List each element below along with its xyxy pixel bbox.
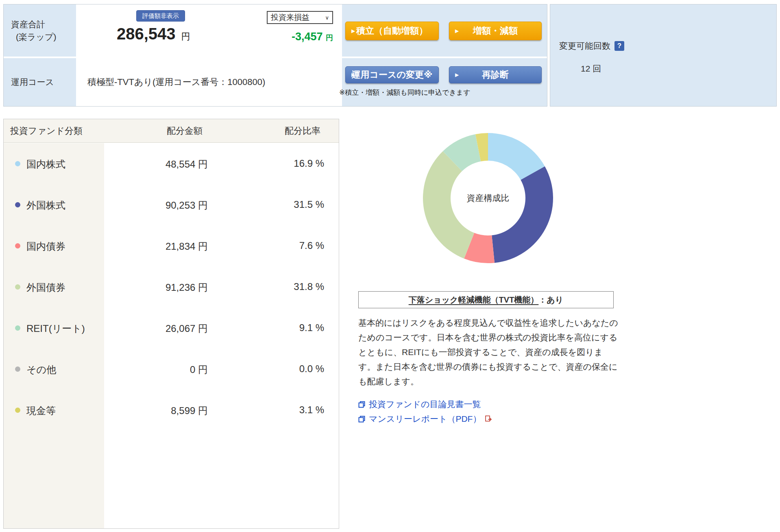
table-row: 国内債券 21,834 円 7.6 % <box>4 225 339 266</box>
accumulate-button-label: 積立（自動増額） <box>356 25 428 37</box>
prospectus-list-link-label: 投資ファンドの目論見書一覧 <box>369 399 481 410</box>
external-window-icon <box>358 416 365 423</box>
allocation-amount: 0 円 <box>118 363 208 376</box>
monthly-report-link-label: マンスリーレポート（PDF） <box>369 413 481 425</box>
rediagnose-button[interactable]: ▶ 再診断 <box>449 66 542 83</box>
allocation-amount: 26,067 円 <box>118 322 208 335</box>
tvt-feature-status: ：あり <box>538 294 563 305</box>
monthly-report-link[interactable]: マンスリーレポート（PDF） <box>358 413 492 425</box>
category-label: 外国債券 <box>26 281 65 294</box>
category-dot <box>15 366 20 372</box>
asset-total-value: 286,543円 <box>117 25 190 43</box>
allocation-ratio: 31.8 % <box>231 281 324 292</box>
increase-decrease-button-label: 増額・減額 <box>473 25 518 37</box>
table-header-row: 投資ファンド分類 配分金額 配分比率 <box>4 119 339 143</box>
increase-decrease-button[interactable]: ▶ 増額・減額 <box>449 22 542 40</box>
allocation-ratio: 31.5 % <box>231 199 324 210</box>
donut-chart-svg <box>418 128 558 268</box>
allocation-ratio: 16.9 % <box>231 158 324 169</box>
allocation-ratio: 0.0 % <box>231 363 324 375</box>
allocation-amount: 8,599 円 <box>118 404 208 417</box>
course-value: 積極型-TVTあり(運用コース番号：1000800) <box>76 76 265 88</box>
course-change-button-label: 運用コースの変更※ <box>352 69 433 81</box>
category-dot <box>15 243 20 249</box>
course-label: 運用コース <box>4 58 76 106</box>
table-row: 現金等 8,599 円 3.1 % <box>4 390 339 431</box>
help-icon[interactable]: ? <box>614 41 624 51</box>
buttons-note: ※積立・増額・減額も同時に申込できます <box>339 88 471 97</box>
allocation-amount: 90,253 円 <box>118 199 208 212</box>
course-value-cell: 積極型-TVTあり(運用コース番号：1000800) <box>76 58 342 106</box>
asset-total-amount: 286,543 <box>117 25 176 43</box>
category-dot <box>15 408 20 413</box>
triangle-icon: ▶ <box>351 28 355 34</box>
asset-total-unit: 円 <box>181 31 190 41</box>
column-header-amount: 配分金額 <box>144 119 225 143</box>
accumulate-button[interactable]: ▶ 積立（自動増額） <box>345 22 439 40</box>
change-count-label: 変更可能回数 <box>559 40 610 52</box>
allocation-ratio: 3.1 % <box>231 404 324 416</box>
table-row: 外国株式 90,253 円 31.5 % <box>4 184 339 225</box>
category-dot <box>15 202 20 207</box>
rediagnose-button-label: 再診断 <box>482 69 509 81</box>
pl-period-select[interactable]: 投資来損益 ∨ <box>267 11 333 24</box>
category-label: 国内債券 <box>26 240 65 253</box>
change-count-panel: 変更可能回数 ? 12 回 <box>550 4 777 107</box>
course-change-button[interactable]: ▶ 運用コースの変更※ <box>345 66 439 83</box>
tvt-feature-box: 下落ショック軽減機能（TVT機能）：あり <box>358 291 614 308</box>
rakuwrap-dashboard: 資産合計 (楽ラップ) 評価額非表示 286,543円 投資来損益 ∨ -3,4… <box>0 0 780 532</box>
pl-unit: 円 <box>326 34 333 42</box>
prospectus-list-link[interactable]: 投資ファンドの目論見書一覧 <box>358 399 481 410</box>
asset-total-label-main: 資産合計 <box>11 18 76 31</box>
table-row: その他 0 円 0.0 % <box>4 349 339 390</box>
change-count-value: 12 回 <box>581 63 601 74</box>
table-row: REIT(リート) 26,067 円 9.1 % <box>4 307 339 349</box>
triangle-icon: ▶ <box>455 72 459 78</box>
table-row: 国内株式 48,554 円 16.9 % <box>4 143 339 184</box>
asset-value-cell: 評価額非表示 286,543円 投資来損益 ∨ -3,457 円 <box>76 4 342 57</box>
hide-valuation-button[interactable]: 評価額非表示 <box>136 10 185 22</box>
category-label: その他 <box>26 363 56 376</box>
category-dot <box>15 284 20 290</box>
chevron-down-icon: ∨ <box>325 15 329 21</box>
category-dot <box>15 161 20 166</box>
external-window-icon <box>358 401 365 408</box>
course-description: 基本的にはリスクをある程度見込んで収益性を追求したいあなたのためのコースです。日… <box>358 316 619 389</box>
triangle-icon: ▶ <box>455 28 459 34</box>
category-label: REIT(リート) <box>26 322 85 335</box>
triangle-icon: ▶ <box>351 72 355 78</box>
pl-period-select-value: 投資来損益 <box>271 12 309 23</box>
allocation-ratio: 7.6 % <box>231 240 324 251</box>
allocation-amount: 48,554 円 <box>118 158 208 171</box>
donut-segment-外国株式 <box>492 166 553 263</box>
asset-summary-panel: 資産合計 (楽ラップ) 評価額非表示 286,543円 投資来損益 ∨ -3,4… <box>3 4 547 107</box>
allocation-amount: 21,834 円 <box>118 240 208 253</box>
column-header-ratio: 配分比率 <box>266 119 339 143</box>
tvt-feature-title: 下落ショック軽減機能（TVT機能） <box>409 294 539 305</box>
table-row: 外国債券 91,236 円 31.8 % <box>4 266 339 307</box>
pl-value: -3,457 円 <box>251 31 333 43</box>
asset-total-label: 資産合計 (楽ラップ) <box>4 4 76 57</box>
asset-composition-chart: 資産構成比 <box>418 128 558 268</box>
allocation-ratio: 9.1 % <box>231 322 324 334</box>
column-header-category: 投資ファンド分類 <box>10 119 83 143</box>
pdf-icon <box>485 415 492 423</box>
allocation-amount: 91,236 円 <box>118 281 208 294</box>
asset-total-label-sub: (楽ラップ) <box>11 31 76 44</box>
category-dot <box>15 325 20 331</box>
fund-allocation-table: 投資ファンド分類 配分金額 配分比率 国内株式 48,554 円 16.9 % … <box>3 119 339 529</box>
category-label: 外国株式 <box>26 199 65 212</box>
pl-amount: -3,457 <box>292 31 323 43</box>
table-body: 国内株式 48,554 円 16.9 % 外国株式 90,253 円 31.5 … <box>4 143 339 431</box>
category-label: 国内株式 <box>26 158 65 171</box>
category-label: 現金等 <box>26 404 56 417</box>
